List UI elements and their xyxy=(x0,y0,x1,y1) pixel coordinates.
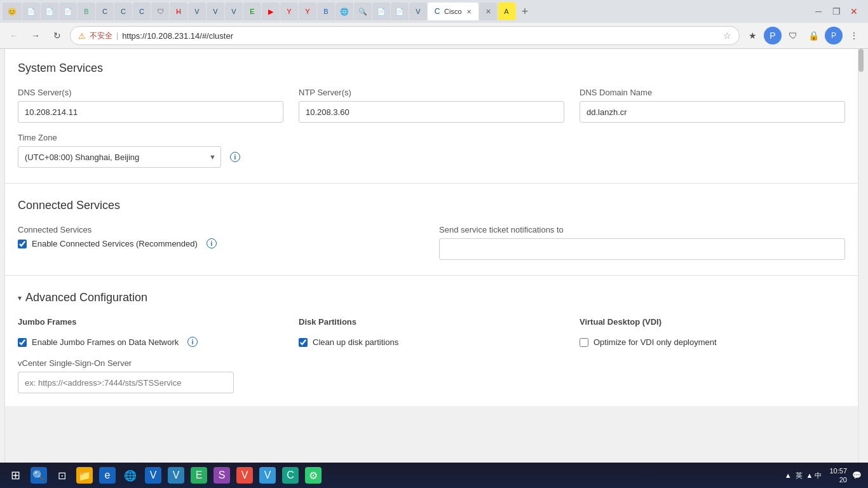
jumbo-frames-checkbox-group: Enable Jumbo Frames on Data Network i xyxy=(18,337,283,348)
more-options-icon[interactable]: ⋮ xyxy=(845,27,863,44)
advanced-config-section: ▾ Advanced Configuration Jumbo Frames En… xyxy=(5,291,858,393)
timezone-select[interactable]: (UTC+08:00) Shanghai, Beijing xyxy=(18,146,221,168)
taskbar-item-11[interactable]: ⚙ xyxy=(302,464,324,486)
vcenter-sso-input[interactable] xyxy=(18,372,234,393)
new-tab-button[interactable]: + xyxy=(516,3,534,20)
connected-services-section: Connected Services Connected Services En… xyxy=(5,199,858,260)
taskbar-vmware[interactable]: V xyxy=(142,464,164,486)
disk-partitions-label: Disk Partitions xyxy=(299,317,564,327)
tab-item[interactable]: V xyxy=(409,3,427,20)
taskbar-item-6[interactable]: E xyxy=(188,464,210,486)
taskbar-clock[interactable]: 10:57 20 xyxy=(829,466,847,485)
tab-item[interactable]: 📄 xyxy=(372,3,390,20)
scroll-thumb xyxy=(858,49,864,72)
tab-item[interactable]: V xyxy=(207,3,224,20)
advanced-config-header[interactable]: ▾ Advanced Configuration xyxy=(18,291,845,304)
taskbar-search[interactable]: 🔍 xyxy=(28,464,50,486)
jumbo-frames-info-icon[interactable]: i xyxy=(187,337,198,347)
separator: | xyxy=(116,31,118,40)
dns-domain-label: DNS Domain Name xyxy=(580,88,845,97)
jumbo-frames-checkbox[interactable] xyxy=(18,338,27,347)
tab-item[interactable]: B xyxy=(78,3,95,20)
send-ticket-label: Send service ticket notifications to xyxy=(439,225,845,234)
not-secure-label: 不安全 xyxy=(90,30,112,41)
tab-item[interactable]: 🔍 xyxy=(354,3,372,20)
tab-item[interactable]: Y xyxy=(280,3,298,20)
enable-connected-services-checkbox[interactable] xyxy=(18,240,27,248)
url-text[interactable]: https://10.208.231.14/#/cluster xyxy=(122,31,719,41)
tab-item[interactable]: B xyxy=(317,3,335,20)
close-button[interactable]: ✕ xyxy=(848,5,860,18)
timezone-info-icon[interactable]: i xyxy=(230,152,240,162)
taskbar-item-8[interactable]: V xyxy=(234,464,255,486)
taskbar-notification[interactable]: 💬 xyxy=(850,471,864,480)
dns-server-input[interactable] xyxy=(18,101,283,123)
main-panel: System Services DNS Server(s) NTP Server… xyxy=(5,49,858,406)
connected-services-title: Connected Services xyxy=(18,199,845,212)
tab-item[interactable]: 📄 xyxy=(41,3,58,20)
taskbar-ie[interactable]: e xyxy=(97,464,118,486)
dns-domain-input[interactable] xyxy=(580,101,845,123)
timezone-label: Time Zone xyxy=(18,133,845,142)
refresh-button[interactable]: ↻ xyxy=(48,27,66,44)
taskbar-item-10[interactable]: C xyxy=(280,464,301,486)
taskbar-item-7[interactable]: S xyxy=(211,464,233,486)
file-explorer-icon: 📁 xyxy=(76,467,93,484)
taskbar-chrome[interactable]: 🌐 xyxy=(119,464,141,486)
extensions-icon[interactable]: ★ xyxy=(743,27,761,44)
scrollbar[interactable] xyxy=(858,49,863,488)
tab-item[interactable]: C xyxy=(114,3,132,20)
send-ticket-input[interactable] xyxy=(439,238,845,260)
taskbar-file-explorer[interactable]: 📁 xyxy=(74,464,95,486)
taskbar-task-view[interactable]: ⊡ xyxy=(51,464,72,486)
dns-domain-group: DNS Domain Name xyxy=(580,88,845,123)
tab-item[interactable]: C xyxy=(96,3,114,20)
shield-icon[interactable]: 🛡 xyxy=(784,27,802,44)
tab-item[interactable]: 🛡 xyxy=(151,3,169,20)
dns-ntp-row: DNS Server(s) NTP Server(s) DNS Domain N… xyxy=(18,88,845,123)
taskbar-item-9[interactable]: V xyxy=(257,464,278,486)
tab-item[interactable]: E xyxy=(243,3,261,20)
tab-item[interactable]: V xyxy=(188,3,206,20)
account-icon[interactable]: P xyxy=(825,27,843,44)
bookmark-icon[interactable]: ☆ xyxy=(723,30,731,41)
address-bar[interactable]: ⚠ 不安全 | https://10.208.231.14/#/cluster … xyxy=(70,26,740,45)
divider-2 xyxy=(5,275,858,276)
disk-partitions-checkbox[interactable] xyxy=(299,338,308,347)
active-tab[interactable]: C Cisco ✕ xyxy=(428,3,478,20)
tab-item[interactable]: Y xyxy=(299,3,316,20)
connected-services-info-icon[interactable]: i xyxy=(207,238,217,248)
tab-item[interactable]: 📄 xyxy=(59,3,77,20)
start-button[interactable]: ⊞ xyxy=(4,464,27,487)
tab-item[interactable]: ▶ xyxy=(262,3,280,20)
tab-item[interactable]: 📄 xyxy=(391,3,409,20)
tab-item[interactable]: 😊 xyxy=(3,3,22,20)
tab-close-icon[interactable]: ✕ xyxy=(465,7,473,16)
restore-button[interactable]: ❐ xyxy=(830,5,843,18)
taskbar-sys-tray[interactable]: ▲ 英 ▲ 中 xyxy=(780,471,827,480)
tab-item[interactable]: 📄 xyxy=(22,3,40,20)
tab-item[interactable]: C xyxy=(133,3,151,20)
minimize-button[interactable]: ─ xyxy=(812,5,825,18)
app10-icon: C xyxy=(282,467,299,484)
tab-item[interactable]: 🌐 xyxy=(336,3,353,20)
dns-server-group: DNS Server(s) xyxy=(18,88,283,123)
app8-icon: V xyxy=(236,467,253,484)
vcenter-sso-group: vCenter Single-Sign-On Server xyxy=(18,358,234,393)
profile-icon[interactable]: P xyxy=(764,27,782,44)
tab-item[interactable]: V xyxy=(225,3,243,20)
back-button[interactable]: ← xyxy=(5,27,23,44)
tab-item[interactable]: A xyxy=(498,3,515,20)
toolbar-icons: ★ P 🛡 🔒 P ⋮ xyxy=(743,27,863,44)
forward-button[interactable]: → xyxy=(27,27,44,44)
chrome-icon: 🌐 xyxy=(122,467,139,484)
tab-item[interactable]: ✕ xyxy=(479,3,497,20)
vdi-checkbox[interactable] xyxy=(580,338,588,347)
send-ticket-group: Send service ticket notifications to xyxy=(439,225,845,260)
ntp-server-input[interactable] xyxy=(299,101,564,123)
taskbar-item-5[interactable]: V xyxy=(165,464,187,486)
tab-item[interactable]: H xyxy=(170,3,187,20)
address-bar-row: ← → ↻ ⚠ 不安全 | https://10.208.231.14/#/cl… xyxy=(0,23,868,48)
timezone-group: Time Zone (UTC+08:00) Shanghai, Beijing … xyxy=(18,133,845,168)
shield2-icon[interactable]: 🔒 xyxy=(804,27,822,44)
